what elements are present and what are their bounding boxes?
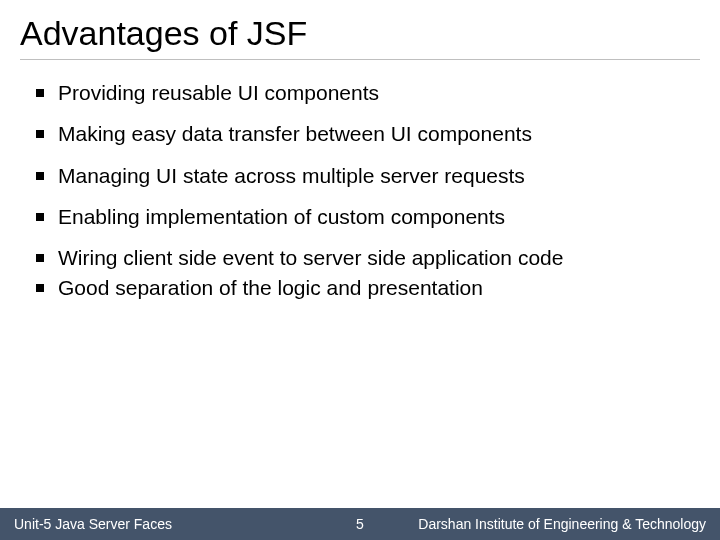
list-item: Managing UI state across multiple server… [36,163,684,189]
bullet-icon [36,284,44,292]
list-item: Good separation of the logic and present… [36,275,684,301]
bullet-icon [36,172,44,180]
bullet-text: Wiring client side event to server side … [58,245,563,271]
page-number: 5 [356,516,364,532]
list-item: Enabling implementation of custom compon… [36,204,684,230]
slide: Advantages of JSF Providing reusable UI … [0,0,720,540]
footer-right-text: Darshan Institute of Engineering & Techn… [418,516,720,532]
list-item: Providing reusable UI components [36,80,684,106]
list-item: Making easy data transfer between UI com… [36,121,684,147]
bullet-icon [36,254,44,262]
bullet-text: Good separation of the logic and present… [58,275,483,301]
list-item: Wiring client side event to server side … [36,245,684,271]
footer-left-text: Unit-5 Java Server Faces [0,516,172,532]
title-area: Advantages of JSF [0,0,720,68]
slide-title: Advantages of JSF [20,14,700,60]
bullet-list: Providing reusable UI components Making … [36,80,684,302]
bullet-text: Providing reusable UI components [58,80,379,106]
content-area: Providing reusable UI components Making … [0,68,720,540]
bullet-icon [36,89,44,97]
bullet-text: Making easy data transfer between UI com… [58,121,532,147]
bullet-icon [36,130,44,138]
bullet-icon [36,213,44,221]
footer-bar: Unit-5 Java Server Faces 5 Darshan Insti… [0,508,720,540]
bullet-text: Managing UI state across multiple server… [58,163,525,189]
bullet-text: Enabling implementation of custom compon… [58,204,505,230]
